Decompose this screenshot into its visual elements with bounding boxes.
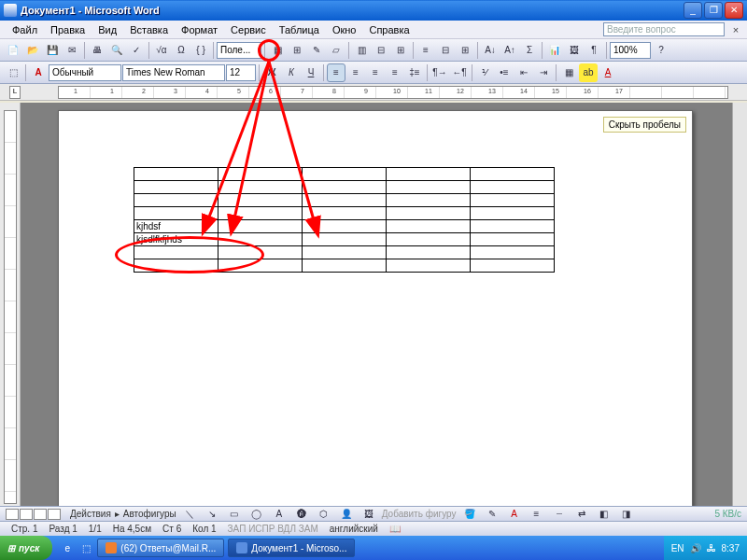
chart-button[interactable]: 📊	[545, 41, 564, 60]
distribute-rows-button[interactable]: ⊟	[436, 41, 455, 60]
mail-button[interactable]: ✉	[63, 41, 81, 60]
style-dropdown[interactable]: Обычный	[49, 64, 121, 81]
bold-button[interactable]: Ж	[262, 63, 281, 82]
save-button[interactable]: 💾	[43, 41, 62, 60]
table-row[interactable]	[134, 194, 555, 207]
tab-selector[interactable]: L	[9, 86, 21, 99]
indent-button[interactable]: ⇥	[534, 63, 553, 82]
vertical-scrollbar[interactable]	[732, 103, 747, 511]
bullets-button[interactable]: •≡	[495, 63, 514, 82]
highlight-button[interactable]: ab	[579, 63, 598, 82]
sort-asc-button[interactable]: A↓	[481, 41, 500, 60]
italic-button[interactable]: К	[282, 63, 301, 82]
table-row[interactable]	[134, 207, 555, 220]
horizontal-ruler[interactable]: 1 1 2 3 4 5 6 7 8 9 10 11 12 13 14 15 16…	[58, 86, 728, 99]
pencil-button[interactable]: ✎	[307, 41, 326, 60]
sort-desc-button[interactable]: A↑	[500, 41, 519, 60]
new-doc-button[interactable]: 📄	[4, 41, 22, 60]
menu-file[interactable]: Файл	[6, 22, 44, 37]
omega-button[interactable]: Ω	[172, 41, 190, 60]
style-marker-button[interactable]: A	[29, 63, 48, 82]
formula-button[interactable]: √α	[152, 41, 171, 60]
autosum-button[interactable]: Σ	[520, 41, 539, 60]
maximize-button[interactable]: ❐	[704, 2, 723, 19]
outdent-button[interactable]: ⇤	[514, 63, 533, 82]
braces-button[interactable]: { }	[191, 41, 210, 60]
view-normal-button[interactable]	[6, 509, 19, 520]
rtl-button[interactable]: ←¶	[450, 63, 469, 82]
system-tray[interactable]: EN 🔊 🖧 8:37	[664, 536, 747, 560]
quick-launch-ie[interactable]: e	[58, 539, 77, 557]
field-dropdown[interactable]: Поле...	[217, 42, 261, 59]
menu-edit[interactable]: Правка	[44, 22, 92, 37]
font-color-button[interactable]: A	[599, 63, 617, 82]
align-left-button[interactable]: ≡	[327, 63, 345, 82]
numbering-button[interactable]: ⅟	[475, 63, 494, 82]
spell-button[interactable]: ✓	[127, 41, 146, 60]
actions-menu[interactable]: Действия	[70, 509, 111, 519]
status-section: Разд 1	[43, 524, 82, 534]
menu-tools[interactable]: Сервис	[224, 22, 273, 37]
styles-pane-button[interactable]: ⬚	[4, 63, 22, 82]
taskbar-item-mail[interactable]: (62) Ответы@Mail.R...	[97, 539, 224, 557]
vertical-ruler[interactable]	[0, 103, 21, 511]
tray-volume-icon[interactable]: 🔊	[690, 543, 701, 553]
line-spacing-button[interactable]: ‡≡	[405, 63, 424, 82]
start-button[interactable]: ⊞ пуск	[0, 536, 52, 560]
tray-clock[interactable]: 8:37	[722, 543, 740, 553]
page-scroll[interactable]: Скрыть пробелы kjhdsf kjsdlfkfjhds	[21, 103, 747, 511]
borders-button[interactable]: ▦	[559, 63, 578, 82]
distribute-cols-button[interactable]: ⊞	[456, 41, 474, 60]
taskbar-item-word[interactable]: Документ1 - Microso...	[228, 539, 355, 557]
align-top-button[interactable]: ≡	[416, 41, 435, 60]
table-row[interactable]	[134, 181, 555, 194]
document-page[interactable]: Скрыть пробелы kjhdsf kjsdlfkfjhds	[58, 110, 693, 511]
font-dropdown[interactable]: Times New Roman	[122, 64, 225, 81]
menu-table[interactable]: Таблица	[273, 22, 326, 37]
print-button[interactable]: 🖶	[88, 41, 106, 60]
menu-view[interactable]: Вид	[92, 22, 123, 37]
view-web-button[interactable]	[20, 509, 33, 520]
columns-button[interactable]: ▥	[352, 41, 371, 60]
drawing-button[interactable]: 🖼	[565, 41, 584, 60]
add-shape-button[interactable]: Добавить фигуру	[382, 509, 457, 519]
quick-launch-desktop[interactable]: ⬚	[77, 539, 95, 557]
preview-button[interactable]: 🔍	[107, 41, 126, 60]
status-language[interactable]: английский	[324, 524, 384, 534]
status-book-icon[interactable]: 📖	[384, 524, 406, 534]
justify-button[interactable]: ≡	[386, 63, 404, 82]
menu-help[interactable]: Справка	[362, 22, 416, 37]
split-cells-button[interactable]: ⊞	[391, 41, 410, 60]
merge-cells-button[interactable]: ⊟	[372, 41, 390, 60]
align-right-button[interactable]: ≡	[366, 63, 385, 82]
autoshapes-menu[interactable]: Автофигуры	[123, 509, 176, 519]
eraser-button[interactable]: ▱	[327, 41, 345, 60]
close-button[interactable]: ✕	[725, 2, 743, 19]
view-print-button[interactable]	[34, 509, 47, 520]
zoom-dropdown[interactable]: 100%	[610, 42, 651, 59]
table-row[interactable]	[134, 168, 555, 181]
menu-insert[interactable]: Вставка	[123, 22, 175, 37]
align-center-button[interactable]: ≡	[346, 63, 365, 82]
standard-toolbar: 📄 📂 💾 ✉ 🖶 🔍 ✓ √α Ω { } Поле... ▦ ⊞ ✎ ▱ ▥…	[0, 39, 747, 62]
windows-logo-icon: ⊞	[7, 543, 15, 553]
table-row[interactable]: kjhdsf	[134, 220, 555, 233]
paragraph-button[interactable]: ¶	[585, 41, 603, 60]
open-button[interactable]: 📂	[23, 41, 42, 60]
doc-close-button[interactable]: ×	[730, 24, 741, 35]
ltr-button[interactable]: ¶→	[430, 63, 449, 82]
table-cell[interactable]: kjhdsf	[134, 220, 218, 233]
help-question-input[interactable]: Введите вопрос	[603, 22, 725, 36]
menu-window[interactable]: Окно	[326, 22, 363, 37]
menu-format[interactable]: Формат	[175, 22, 224, 37]
minimize-button[interactable]: _	[684, 2, 702, 19]
view-outline-button[interactable]	[48, 509, 61, 520]
tray-network-icon[interactable]: 🖧	[707, 543, 716, 553]
help-button[interactable]: ?	[652, 41, 670, 60]
underline-button[interactable]: Ч	[302, 63, 320, 82]
tray-lang[interactable]: EN	[671, 543, 684, 553]
select-arrow-button[interactable]: ▸	[115, 509, 120, 519]
table-draw-button[interactable]: ⊞	[288, 41, 306, 60]
font-size-dropdown[interactable]: 12	[226, 64, 256, 81]
edit-area: Скрыть пробелы kjhdsf kjsdlfkfjhds	[0, 103, 747, 511]
